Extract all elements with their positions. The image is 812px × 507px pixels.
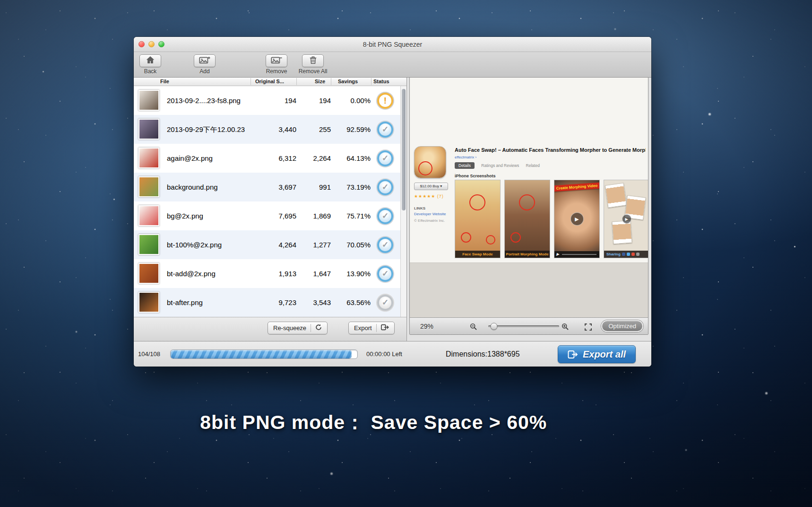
file-list-panel: File Original S... Size Savings Status 2… — [134, 78, 407, 341]
file-name: 2013-09-2....23-fs8.png — [167, 86, 241, 115]
image-add-icon — [199, 56, 210, 66]
add-button[interactable]: Add — [191, 54, 218, 75]
zoom-level: 29% — [420, 318, 433, 335]
toolbar: Back Add Remove Remove All — [134, 52, 651, 78]
fit-screen-icon[interactable] — [584, 323, 592, 331]
file-thumbnail — [138, 292, 159, 313]
trash-icon — [310, 56, 317, 66]
add-label: Add — [191, 68, 218, 75]
desktop: 8bit PNG mode： Save Space > 60% 8-bit PN… — [0, 0, 812, 507]
table-header: File Original S... Size Savings Status — [134, 78, 406, 86]
preview-canvas: $12.00 Buy ▾ ★★★★★ (7) LINKS Developer W… — [410, 78, 648, 317]
screenshot-caption: Portrait Morphing Mode — [505, 251, 550, 258]
table-row[interactable]: bg@2x.png 7,695 1,869 75.71% ✓ — [134, 201, 406, 230]
file-name: background.png — [167, 173, 218, 201]
screenshots-row: Face Swap ModePortrait Morphing ModeCrea… — [455, 180, 648, 259]
compressed-size-value: 3,543 — [286, 288, 331, 317]
file-thumbnail — [138, 205, 159, 226]
tab-details: Details — [455, 162, 475, 169]
bright-stars — [0, 0, 1, 1]
tab-ratings: Ratings and Reviews — [481, 163, 519, 168]
screenshots-heading: iPhone Screenshots — [455, 174, 496, 178]
developer-link: effectmatrix › — [455, 155, 476, 159]
savings-value: 75.71% — [326, 201, 371, 230]
home-icon — [146, 56, 155, 66]
savings-value: 70.05% — [326, 230, 371, 259]
zoom-slider-knob[interactable] — [491, 323, 498, 330]
preview-screenshot: ▶Sharing — [604, 180, 648, 258]
file-thumbnail — [138, 234, 159, 255]
file-thumbnail — [138, 148, 159, 168]
compressed-size-value: 1,647 — [286, 259, 331, 288]
export-label: Export — [354, 324, 372, 332]
app-page-title: Auto Face Swap! – Automatic Faces Transf… — [455, 147, 646, 153]
preview-screenshot: Portrait Morphing Mode — [504, 180, 550, 258]
compressed-size-value: 1,277 — [286, 230, 331, 259]
dimensions-label: Dimensions:1388*695 — [446, 341, 520, 367]
play-icon: ▶ — [570, 212, 584, 226]
back-label: Back — [138, 68, 162, 75]
file-table-body: 2013-09-2....23-fs8.png 194 194 0.00% ! … — [134, 86, 406, 317]
price-button: $12.00 Buy ▾ — [414, 183, 448, 190]
savings-value: 73.19% — [326, 173, 371, 201]
window-titlebar[interactable]: 8-bit PNG Squeezer — [134, 37, 651, 52]
resqueeze-button[interactable]: Re-squeeze — [268, 322, 328, 334]
status-done-icon: ✓ — [377, 295, 393, 311]
savings-value: 92.59% — [326, 115, 371, 144]
app-icon-thumbnail — [414, 146, 446, 178]
image-remove-icon — [271, 56, 282, 66]
progress-fill — [171, 350, 352, 358]
remove-button[interactable]: Remove — [262, 54, 291, 75]
remove-all-button[interactable]: Remove All — [297, 54, 328, 75]
resqueeze-label: Re-squeeze — [273, 324, 306, 332]
links-heading: LINKS — [414, 206, 425, 210]
savings-value: 0.00% — [326, 86, 371, 115]
column-header-savings[interactable]: Savings — [338, 79, 358, 84]
file-name: bt-after.png — [167, 288, 203, 317]
scrollbar-thumb[interactable] — [402, 89, 406, 210]
column-header-status[interactable]: Status — [373, 79, 389, 84]
screenshot-banner: Create Morphing Video — [554, 182, 600, 192]
table-row[interactable]: 2013-09-29下午12.00.23 3,440 255 92.59% ✓ — [134, 115, 406, 144]
screenshot-caption: Sharing — [604, 251, 648, 258]
column-header-file[interactable]: File — [160, 79, 169, 84]
savings-value: 13.90% — [326, 259, 371, 288]
export-all-button[interactable]: Export all — [558, 345, 636, 363]
table-row[interactable]: 2013-09-2....23-fs8.png 194 194 0.00% ! — [134, 86, 406, 115]
zoom-in-icon[interactable] — [561, 323, 570, 331]
compressed-size-value: 194 — [286, 86, 331, 115]
table-row[interactable]: bt-after.png 9,723 3,543 63.56% ✓ — [134, 288, 406, 317]
preview-screenshot: Create Morphing Video▶ — [554, 180, 600, 258]
export-all-icon — [568, 350, 578, 359]
preview-toolbar: 29% Optimized — [410, 317, 648, 334]
back-button[interactable]: Back — [138, 54, 162, 75]
column-header-original-size[interactable]: Original S... — [255, 79, 284, 84]
compressed-size-value: 255 — [286, 115, 331, 144]
table-row[interactable]: bt-add@2x.png 1,913 1,647 13.90% ✓ — [134, 259, 406, 288]
play-icon: ▶ — [622, 214, 631, 224]
progress-count: 104/108 — [138, 341, 160, 367]
table-row[interactable]: background.png 3,697 991 73.19% ✓ — [134, 173, 406, 201]
scrollbar[interactable] — [400, 86, 406, 317]
statusbar: 104/108 00:00:00 Left Dimensions:1388*69… — [134, 341, 651, 367]
status-done-icon: ✓ — [377, 179, 393, 195]
status-done-icon: ✓ — [377, 122, 393, 138]
export-all-label: Export all — [583, 349, 626, 360]
progress-bar — [170, 350, 358, 359]
export-button[interactable]: Export — [348, 322, 395, 334]
zoom-slider-track — [488, 325, 559, 327]
optimized-badge[interactable]: Optimized — [601, 320, 643, 332]
file-name: bt-add@2x.png — [167, 259, 216, 288]
status-warning-icon: ! — [377, 93, 393, 109]
column-header-size[interactable]: Size — [315, 79, 325, 84]
developer-website-link: Developer Website — [414, 212, 446, 216]
time-left: 00:00:00 Left — [366, 341, 402, 367]
table-row[interactable]: again@2x.png 6,312 2,264 64.13% ✓ — [134, 144, 406, 173]
export-icon — [381, 324, 389, 332]
compressed-size-value: 2,264 — [286, 144, 331, 173]
zoom-out-icon[interactable] — [469, 323, 478, 331]
zoom-slider[interactable] — [488, 318, 559, 335]
file-thumbnail — [138, 90, 159, 111]
app-page-tabs: Details Ratings and Reviews Related — [455, 163, 545, 168]
table-row[interactable]: bt-100%@2x.png 4,264 1,277 70.05% ✓ — [134, 230, 406, 259]
